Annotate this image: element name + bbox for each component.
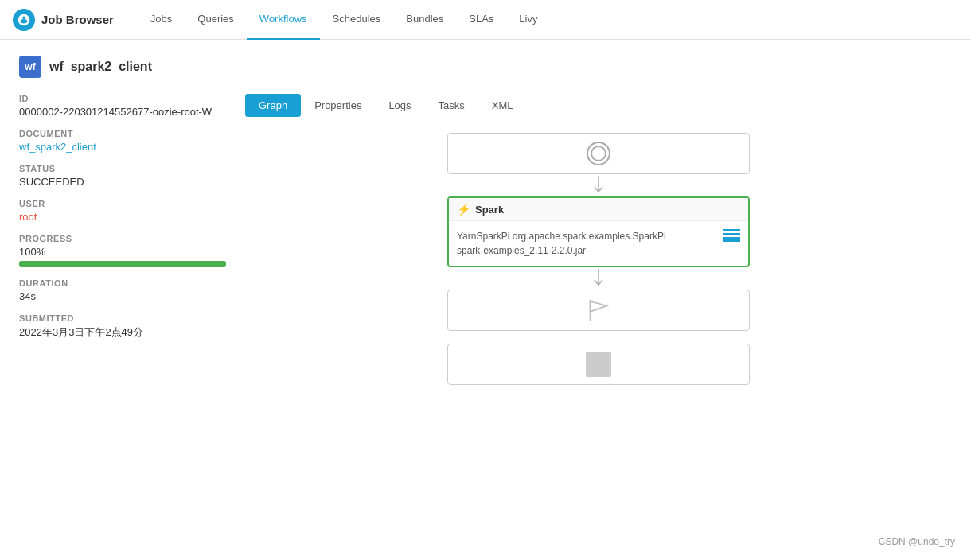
left-panel: ID 0000002-220301214552677-oozie-root-W … bbox=[19, 94, 226, 385]
nav-queries[interactable]: Queries bbox=[185, 0, 247, 40]
progress-value: 100% bbox=[19, 246, 226, 258]
start-icon bbox=[587, 142, 610, 165]
two-column-layout: ID 0000002-220301214552677-oozie-root-W … bbox=[19, 94, 952, 385]
svg-rect-1 bbox=[723, 229, 740, 231]
spark-node-body: YarnSparkPi org.apache.spark.examples.Sp… bbox=[449, 221, 748, 266]
spark-node-text: YarnSparkPi org.apache.spark.examples.Sp… bbox=[457, 229, 666, 258]
id-value: 0000002-220301214552677-oozie-root-W bbox=[19, 106, 226, 118]
document-value[interactable]: wf_spark2_client bbox=[19, 141, 226, 153]
svg-rect-3 bbox=[723, 237, 740, 239]
duration-label: DURATION bbox=[19, 278, 226, 288]
main-content: wf wf_spark2_client ID 0000002-220301214… bbox=[0, 40, 971, 401]
right-panel: Graph Properties Logs Tasks XML bbox=[245, 94, 952, 385]
kill-icon bbox=[586, 352, 611, 377]
nav-schedules[interactable]: Schedules bbox=[320, 0, 394, 40]
duration-value: 34s bbox=[19, 290, 226, 302]
status-value: SUCCEEDED bbox=[19, 176, 226, 188]
progress-row: PROGRESS 100% bbox=[19, 234, 226, 267]
nav-items: Jobs Queries Workflows Schedules Bundles… bbox=[138, 0, 551, 40]
user-row: USER root bbox=[19, 199, 226, 223]
progress-label: PROGRESS bbox=[19, 234, 226, 243]
tab-logs[interactable]: Logs bbox=[375, 94, 424, 117]
nav-workflows[interactable]: Workflows bbox=[247, 0, 320, 40]
nav-jobs[interactable]: Jobs bbox=[138, 0, 185, 40]
nav-livy[interactable]: Livy bbox=[506, 0, 550, 40]
tab-tasks[interactable]: Tasks bbox=[425, 94, 478, 117]
logo-icon bbox=[13, 9, 35, 31]
submitted-label: SUBMITTED bbox=[19, 313, 226, 323]
user-label: USER bbox=[19, 199, 226, 208]
logo-area: Job Browser bbox=[13, 9, 114, 31]
spark-node-header: ⚡ Spark bbox=[449, 198, 748, 221]
nav-slas[interactable]: SLAs bbox=[456, 0, 506, 40]
svg-rect-2 bbox=[723, 233, 740, 235]
top-nav: Job Browser Jobs Queries Workflows Sched… bbox=[0, 0, 971, 40]
tab-bar: Graph Properties Logs Tasks XML bbox=[245, 94, 952, 117]
status-label: STATUS bbox=[19, 164, 226, 173]
document-label: DOCUMENT bbox=[19, 129, 226, 138]
id-label: ID bbox=[19, 94, 226, 103]
tab-properties[interactable]: Properties bbox=[301, 94, 375, 117]
spark-header-icon: ⚡ bbox=[457, 203, 470, 216]
spark-body-line1: YarnSparkPi org.apache.spark.examples.Sp… bbox=[457, 229, 666, 243]
spark-lines-icon[interactable] bbox=[723, 229, 740, 246]
arrow-1 bbox=[447, 174, 750, 196]
arrow-2 bbox=[447, 267, 750, 290]
progress-bar-fill bbox=[19, 261, 226, 267]
end-node bbox=[447, 290, 750, 331]
submitted-value: 2022年3月3日下午2点49分 bbox=[19, 325, 226, 340]
duration-row: DURATION 34s bbox=[19, 278, 226, 302]
svg-rect-4 bbox=[723, 239, 740, 242]
end-icon bbox=[586, 298, 611, 323]
nav-bundles[interactable]: Bundles bbox=[393, 0, 456, 40]
workflow-header: wf wf_spark2_client bbox=[19, 56, 952, 78]
workflow-icon: wf bbox=[19, 56, 41, 78]
workflow-title: wf_spark2_client bbox=[49, 60, 152, 74]
user-value: root bbox=[19, 211, 226, 223]
id-row: ID 0000002-220301214552677-oozie-root-W bbox=[19, 94, 226, 118]
document-row: DOCUMENT wf_spark2_client bbox=[19, 129, 226, 153]
tab-xml[interactable]: XML bbox=[478, 94, 527, 117]
graph-area: ⚡ Spark YarnSparkPi org.apache.spark.exa… bbox=[245, 133, 952, 385]
tab-graph[interactable]: Graph bbox=[245, 94, 301, 117]
kill-node bbox=[447, 344, 750, 385]
flow-column: ⚡ Spark YarnSparkPi org.apache.spark.exa… bbox=[245, 133, 952, 385]
submitted-row: SUBMITTED 2022年3月3日下午2点49分 bbox=[19, 313, 226, 340]
progress-bar-container bbox=[19, 261, 226, 267]
spark-header-label: Spark bbox=[475, 204, 504, 216]
app-title: Job Browser bbox=[41, 13, 114, 26]
status-row: STATUS SUCCEEDED bbox=[19, 164, 226, 188]
spark-body-line2: spark-examples_2.11-2.2.0.jar bbox=[457, 243, 666, 258]
spark-node: ⚡ Spark YarnSparkPi org.apache.spark.exa… bbox=[447, 196, 750, 267]
start-node bbox=[447, 133, 750, 174]
